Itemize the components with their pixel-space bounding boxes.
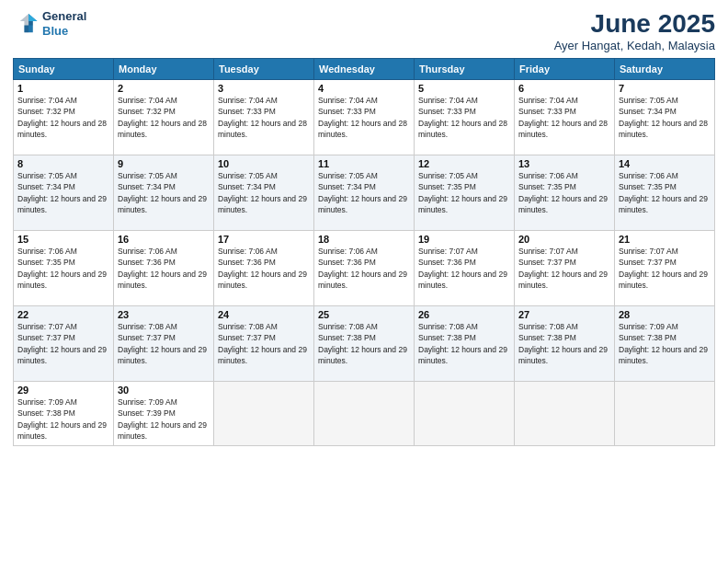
list-item: 25 Sunrise: 7:08 AMSunset: 7:38 PMDaylig…	[314, 306, 415, 382]
day-info: Sunrise: 7:05 AMSunset: 7:34 PMDaylight:…	[17, 171, 107, 214]
day-number: 11	[318, 158, 410, 169]
logo-text: General Blue	[42, 9, 86, 38]
day-info: Sunrise: 7:06 AMSunset: 7:36 PMDaylight:…	[218, 247, 307, 290]
list-item: 4 Sunrise: 7:04 AMSunset: 7:33 PMDayligh…	[314, 80, 415, 155]
day-number: 24	[218, 309, 310, 320]
day-number: 30	[118, 385, 210, 396]
day-number: 3	[218, 83, 310, 94]
list-item: 23 Sunrise: 7:08 AMSunset: 7:37 PMDaylig…	[114, 306, 214, 382]
day-info: Sunrise: 7:05 AMSunset: 7:34 PMDaylight:…	[118, 171, 207, 214]
list-item: 18 Sunrise: 7:06 AMSunset: 7:36 PMDaylig…	[314, 231, 415, 306]
day-number: 18	[318, 234, 410, 245]
list-item: 30 Sunrise: 7:09 AMSunset: 7:39 PMDaylig…	[114, 382, 214, 446]
day-number: 6	[518, 83, 610, 94]
day-info: Sunrise: 7:06 AMSunset: 7:35 PMDaylight:…	[518, 171, 608, 214]
list-item: 26 Sunrise: 7:08 AMSunset: 7:38 PMDaylig…	[415, 306, 515, 382]
day-info: Sunrise: 7:08 AMSunset: 7:37 PMDaylight:…	[118, 322, 207, 365]
day-info: Sunrise: 7:05 AMSunset: 7:34 PMDaylight:…	[218, 171, 307, 214]
logo: General Blue	[13, 9, 86, 38]
table-row: 8 Sunrise: 7:05 AMSunset: 7:34 PMDayligh…	[14, 155, 715, 231]
list-item: 29 Sunrise: 7:09 AMSunset: 7:38 PMDaylig…	[14, 382, 114, 446]
list-item: 3 Sunrise: 7:04 AMSunset: 7:33 PMDayligh…	[214, 80, 314, 155]
list-item: 14 Sunrise: 7:06 AMSunset: 7:35 PMDaylig…	[615, 155, 715, 231]
list-item: 9 Sunrise: 7:05 AMSunset: 7:34 PMDayligh…	[114, 155, 214, 231]
list-item: 28 Sunrise: 7:09 AMSunset: 7:38 PMDaylig…	[615, 306, 715, 382]
col-tuesday: Tuesday	[214, 59, 314, 80]
list-item: 7 Sunrise: 7:05 AMSunset: 7:34 PMDayligh…	[615, 80, 715, 155]
list-item: 15 Sunrise: 7:06 AMSunset: 7:35 PMDaylig…	[14, 231, 114, 306]
day-info: Sunrise: 7:04 AMSunset: 7:33 PMDaylight:…	[318, 96, 407, 139]
day-info: Sunrise: 7:07 AMSunset: 7:36 PMDaylight:…	[418, 247, 507, 290]
day-info: Sunrise: 7:06 AMSunset: 7:35 PMDaylight:…	[619, 171, 708, 214]
day-info: Sunrise: 7:06 AMSunset: 7:35 PMDaylight:…	[17, 247, 107, 290]
day-number: 9	[118, 158, 210, 169]
list-item: 1 Sunrise: 7:04 AMSunset: 7:32 PMDayligh…	[14, 80, 114, 155]
day-info: Sunrise: 7:05 AMSunset: 7:34 PMDaylight:…	[619, 96, 708, 139]
day-number: 7	[619, 83, 711, 94]
header: General Blue June 2025 Ayer Hangat, Keda…	[13, 9, 715, 52]
col-thursday: Thursday	[415, 59, 515, 80]
logo-icon	[13, 11, 39, 37]
day-number: 12	[418, 158, 510, 169]
day-info: Sunrise: 7:09 AMSunset: 7:38 PMDaylight:…	[17, 397, 107, 441]
day-info: Sunrise: 7:04 AMSunset: 7:32 PMDaylight:…	[17, 96, 107, 139]
list-item: 16 Sunrise: 7:06 AMSunset: 7:36 PMDaylig…	[114, 231, 214, 306]
list-item	[615, 382, 715, 446]
col-friday: Friday	[515, 59, 615, 80]
list-item: 19 Sunrise: 7:07 AMSunset: 7:36 PMDaylig…	[415, 231, 515, 306]
main-title: June 2025	[554, 9, 715, 39]
day-info: Sunrise: 7:05 AMSunset: 7:34 PMDaylight:…	[318, 171, 407, 214]
day-number: 23	[118, 309, 210, 320]
list-item: 5 Sunrise: 7:04 AMSunset: 7:33 PMDayligh…	[415, 80, 515, 155]
list-item	[314, 382, 415, 446]
day-info: Sunrise: 7:08 AMSunset: 7:38 PMDaylight:…	[418, 322, 507, 365]
list-item: 13 Sunrise: 7:06 AMSunset: 7:35 PMDaylig…	[515, 155, 615, 231]
day-info: Sunrise: 7:09 AMSunset: 7:39 PMDaylight:…	[118, 397, 207, 441]
day-info: Sunrise: 7:06 AMSunset: 7:36 PMDaylight:…	[318, 247, 407, 290]
day-info: Sunrise: 7:04 AMSunset: 7:33 PMDaylight:…	[418, 96, 507, 139]
table-row: 15 Sunrise: 7:06 AMSunset: 7:35 PMDaylig…	[14, 231, 715, 306]
day-number: 19	[418, 234, 510, 245]
list-item: 27 Sunrise: 7:08 AMSunset: 7:38 PMDaylig…	[515, 306, 615, 382]
day-number: 16	[118, 234, 210, 245]
col-wednesday: Wednesday	[314, 59, 415, 80]
day-info: Sunrise: 7:08 AMSunset: 7:38 PMDaylight:…	[318, 322, 407, 365]
table-row: 29 Sunrise: 7:09 AMSunset: 7:38 PMDaylig…	[14, 382, 715, 446]
col-saturday: Saturday	[615, 59, 715, 80]
day-number: 2	[118, 83, 210, 94]
day-info: Sunrise: 7:04 AMSunset: 7:32 PMDaylight:…	[118, 96, 207, 139]
list-item: 6 Sunrise: 7:04 AMSunset: 7:33 PMDayligh…	[515, 80, 615, 155]
list-item: 12 Sunrise: 7:05 AMSunset: 7:35 PMDaylig…	[415, 155, 515, 231]
svg-marker-2	[28, 14, 37, 21]
day-info: Sunrise: 7:07 AMSunset: 7:37 PMDaylight:…	[17, 322, 107, 365]
day-info: Sunrise: 7:09 AMSunset: 7:38 PMDaylight:…	[619, 322, 708, 365]
day-info: Sunrise: 7:04 AMSunset: 7:33 PMDaylight:…	[518, 96, 608, 139]
list-item	[214, 382, 314, 446]
col-monday: Monday	[114, 59, 214, 80]
day-info: Sunrise: 7:07 AMSunset: 7:37 PMDaylight:…	[619, 247, 708, 290]
day-number: 4	[318, 83, 410, 94]
day-number: 27	[518, 309, 610, 320]
day-number: 22	[17, 309, 109, 320]
day-number: 29	[17, 385, 109, 396]
day-number: 14	[619, 158, 711, 169]
day-info: Sunrise: 7:04 AMSunset: 7:33 PMDaylight:…	[218, 96, 307, 139]
list-item	[515, 382, 615, 446]
day-number: 10	[218, 158, 310, 169]
list-item: 11 Sunrise: 7:05 AMSunset: 7:34 PMDaylig…	[314, 155, 415, 231]
subtitle: Ayer Hangat, Kedah, Malaysia	[554, 39, 715, 52]
day-number: 25	[318, 309, 410, 320]
list-item: 17 Sunrise: 7:06 AMSunset: 7:36 PMDaylig…	[214, 231, 314, 306]
day-number: 1	[17, 83, 109, 94]
table-row: 1 Sunrise: 7:04 AMSunset: 7:32 PMDayligh…	[14, 80, 715, 155]
day-number: 15	[17, 234, 109, 245]
list-item	[415, 382, 515, 446]
calendar-header-row: Sunday Monday Tuesday Wednesday Thursday…	[14, 59, 715, 80]
list-item: 22 Sunrise: 7:07 AMSunset: 7:37 PMDaylig…	[14, 306, 114, 382]
title-block: June 2025 Ayer Hangat, Kedah, Malaysia	[554, 9, 715, 52]
day-number: 17	[218, 234, 310, 245]
calendar-table: Sunday Monday Tuesday Wednesday Thursday…	[13, 58, 715, 446]
list-item: 24 Sunrise: 7:08 AMSunset: 7:37 PMDaylig…	[214, 306, 314, 382]
day-number: 13	[518, 158, 610, 169]
day-info: Sunrise: 7:05 AMSunset: 7:35 PMDaylight:…	[418, 171, 507, 214]
